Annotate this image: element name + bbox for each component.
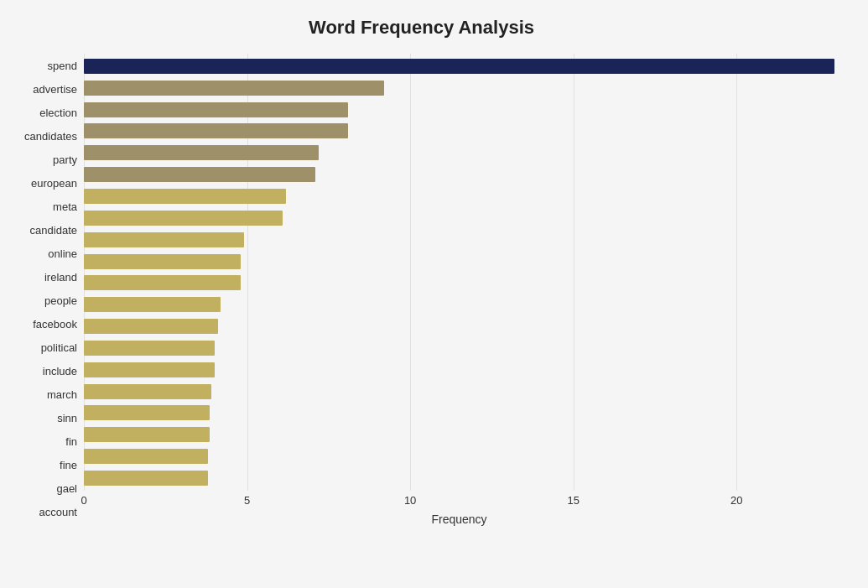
bar-row	[84, 79, 834, 97]
bar	[84, 145, 319, 160]
bar-row	[84, 273, 834, 292]
bar	[84, 362, 215, 377]
bar-row	[84, 361, 834, 379]
bar-row	[84, 122, 834, 140]
bar	[84, 254, 241, 269]
x-tick: 0	[81, 494, 86, 507]
bar-row	[84, 101, 834, 119]
y-label: account	[39, 502, 77, 523]
x-tick: 10	[404, 494, 416, 507]
bar	[84, 167, 315, 182]
bar	[84, 449, 208, 464]
bar	[84, 232, 244, 247]
y-label: candidate	[30, 219, 77, 241]
chart-area: spendadvertiseelectioncandidatespartyeur…	[8, 54, 834, 524]
x-axis: Frequency 05101520	[84, 491, 834, 524]
y-axis: spendadvertiseelectioncandidatespartyeur…	[8, 54, 84, 524]
y-label: online	[48, 242, 77, 264]
x-tick: 15	[567, 494, 579, 507]
bar	[84, 211, 283, 226]
bar-row	[84, 252, 834, 271]
x-tick: 5	[244, 494, 250, 507]
y-label: meta	[53, 195, 77, 217]
bar	[84, 319, 218, 334]
y-label: fine	[60, 455, 77, 476]
bar-row	[84, 403, 834, 422]
y-label: include	[43, 361, 77, 382]
bar-row	[84, 317, 834, 336]
y-label: election	[39, 101, 77, 123]
bar	[84, 427, 210, 442]
bar-row	[84, 57, 834, 75]
bar	[84, 341, 215, 356]
bar-row	[84, 187, 834, 206]
bar-row	[84, 339, 834, 357]
y-label: people	[44, 289, 77, 311]
bar-row	[84, 165, 834, 184]
x-tick: 20	[730, 494, 742, 507]
bar-row	[84, 231, 834, 249]
y-label: facebook	[33, 314, 77, 336]
bar-row	[84, 143, 834, 162]
bar	[84, 384, 211, 399]
bar	[84, 189, 286, 204]
bar	[84, 275, 241, 290]
y-label: party	[53, 148, 77, 170]
y-label: european	[31, 172, 77, 194]
y-label: spend	[48, 55, 77, 76]
chart-container: Word Frequency Analysis spendadvertiseel…	[0, 0, 868, 588]
bar	[84, 102, 348, 117]
bar-row	[84, 382, 834, 401]
bars-wrapper	[84, 54, 834, 491]
y-label: candidates	[24, 125, 77, 147]
bar-row	[84, 425, 834, 444]
bar	[84, 405, 210, 420]
bar-row	[84, 209, 834, 227]
y-label: political	[41, 337, 77, 359]
y-label: ireland	[44, 266, 77, 288]
bars-and-xaxis: Frequency 05101520	[84, 54, 834, 524]
bar-row	[84, 447, 834, 466]
y-label: march	[47, 384, 77, 406]
bar	[84, 471, 208, 486]
bar	[84, 59, 834, 74]
bar	[84, 123, 348, 138]
bar	[84, 297, 221, 312]
bar	[84, 81, 384, 96]
y-label: gael	[56, 478, 77, 500]
y-label: advertise	[33, 78, 77, 100]
bar-row	[84, 469, 834, 487]
x-axis-label: Frequency	[431, 513, 486, 526]
bars-inner	[84, 54, 834, 491]
bar-row	[84, 295, 834, 314]
chart-title: Word Frequency Analysis	[8, 17, 834, 39]
y-label: sinn	[57, 408, 77, 429]
y-label: fin	[65, 431, 77, 453]
